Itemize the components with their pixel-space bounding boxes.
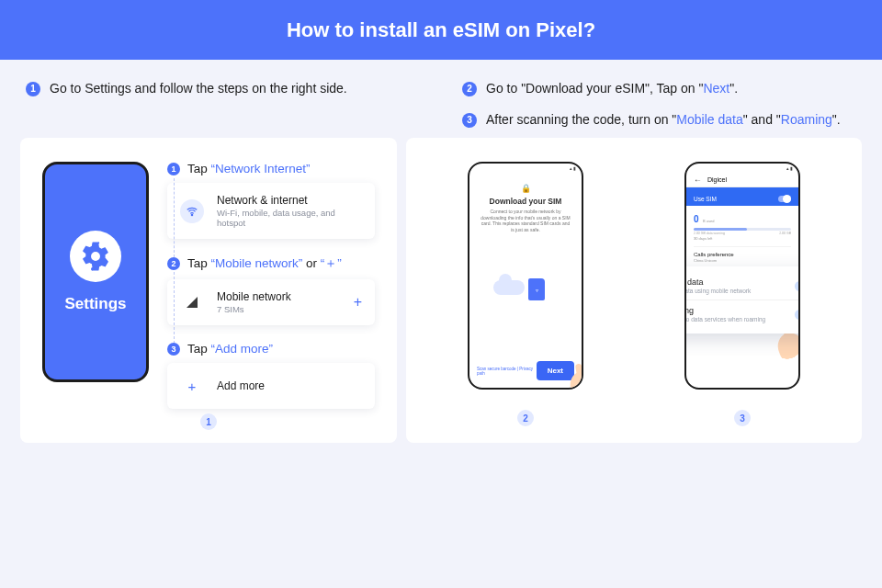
settings-label: Settings bbox=[64, 295, 126, 313]
topbar-title: Digicel bbox=[707, 176, 727, 183]
footer-links[interactable]: Scan secure barcode | Privacy path bbox=[477, 367, 537, 376]
status-bar: ▴ ▮ bbox=[686, 164, 798, 173]
top-step-3: 3 After scanning the code, turn on "Mobi… bbox=[462, 111, 862, 130]
step-text: Go to Settings and follow the steps on t… bbox=[50, 80, 425, 98]
phone-mock-settings: Settings bbox=[42, 162, 149, 382]
substep-3: 3 Tap “Add more” + Add more bbox=[167, 342, 375, 409]
card-add-more[interactable]: + Add more bbox=[167, 363, 375, 409]
col-digicel: ▴ ▮ ← Digicel Use SIM 0 B used 2.00 GB d… bbox=[645, 162, 840, 423]
highlight-next: Next bbox=[703, 81, 729, 96]
card-title: Add more bbox=[217, 379, 265, 392]
panel-number-badge: 3 bbox=[734, 410, 751, 426]
toggle-sublabel: Access data using mobile network bbox=[684, 288, 751, 294]
card-subtitle: Wi-Fi, mobile, data usage, and hotspot bbox=[217, 208, 362, 228]
card-title: Mobile network bbox=[217, 290, 291, 303]
toggle-label: Mobile data bbox=[684, 277, 751, 287]
data-usage: 0 B used 2.00 GB data warning2.00 GB 30 … bbox=[686, 206, 798, 243]
substep-badge: 3 bbox=[167, 343, 180, 356]
download-desc: Connect to your mobile network by downlo… bbox=[477, 209, 574, 232]
next-button[interactable]: Next bbox=[537, 361, 574, 380]
step-text: Go to "Download your eSIM", Tap on "Next… bbox=[486, 80, 862, 98]
step-text: After scanning the code, turn on "Mobile… bbox=[486, 111, 862, 130]
back-icon[interactable]: ← bbox=[694, 175, 702, 185]
card-mobile-network[interactable]: Mobile network 7 SIMs + bbox=[167, 279, 375, 325]
overlay-toggle-card: Mobile data Access data using mobile net… bbox=[684, 266, 800, 334]
substep-1: 1 Tap “Network Internet” Network & inter… bbox=[167, 162, 375, 239]
use-sim-toggle[interactable] bbox=[778, 196, 791, 202]
panel-number-badge: 1 bbox=[200, 413, 217, 430]
usage-unit: B used bbox=[703, 219, 714, 223]
panel-phone-screens: ▴ ▮ 🔒 Download your SIM Connect to your … bbox=[406, 138, 862, 443]
connector-line bbox=[174, 178, 175, 257]
hand-pointer-icon bbox=[778, 333, 800, 362]
plus-icon[interactable]: + bbox=[354, 294, 362, 311]
card-title: Network & internet bbox=[217, 194, 362, 207]
top-step-1: 1 Go to Settings and follow the steps on… bbox=[26, 80, 425, 98]
cloud-sim-illustration: ▿ bbox=[493, 264, 558, 302]
step-number-badge: 1 bbox=[26, 82, 40, 96]
substep-badge: 2 bbox=[167, 257, 180, 270]
toggle-sublabel: Connect to data services when roaming bbox=[684, 316, 765, 322]
substep-text: Tap “Network Internet” bbox=[187, 162, 311, 175]
panel-settings-steps: Settings 1 Tap “Network Internet” Networ… bbox=[20, 138, 397, 443]
hand-pointer-icon bbox=[571, 371, 583, 390]
panel-number-badge: 2 bbox=[517, 410, 534, 426]
list-item[interactable]: Calls preferenceChina Unicom bbox=[694, 246, 791, 267]
toggle-label: Roaming bbox=[684, 306, 765, 315]
lock-icon: 🔒 bbox=[477, 184, 574, 193]
substep-badge: 1 bbox=[167, 163, 180, 175]
step-number-badge: 2 bbox=[462, 82, 477, 96]
phone-mock-download: ▴ ▮ 🔒 Download your SIM Connect to your … bbox=[468, 162, 583, 390]
gear-icon bbox=[70, 231, 121, 282]
roaming-toggle[interactable] bbox=[795, 310, 800, 320]
download-title: Download your SIM bbox=[477, 197, 574, 206]
toggle-row-roaming: Roaming Connect to data services when ro… bbox=[684, 300, 800, 326]
highlight-mobile-data: Mobile data bbox=[676, 112, 742, 127]
svg-point-0 bbox=[191, 214, 192, 215]
use-sim-section: Use SIM bbox=[686, 187, 798, 206]
mobile-data-toggle[interactable] bbox=[795, 281, 800, 291]
phone-topbar: ← Digicel bbox=[686, 173, 798, 187]
status-bar: ▴ ▮ bbox=[469, 164, 582, 173]
signal-icon bbox=[180, 290, 204, 314]
connector-line bbox=[174, 272, 175, 344]
page-header: How to install an eSIM on Pixel? bbox=[0, 0, 882, 60]
use-sim-label: Use SIM bbox=[694, 196, 717, 202]
card-subtitle: 7 SIMs bbox=[217, 304, 291, 314]
step-number-badge: 3 bbox=[462, 113, 477, 128]
usage-bar bbox=[694, 228, 791, 231]
substeps-list: 1 Tap “Network Internet” Network & inter… bbox=[167, 162, 375, 423]
phone-mock-digicel: ▴ ▮ ← Digicel Use SIM 0 B used 2.00 GB d… bbox=[684, 162, 800, 390]
substep-text: Tap “Mobile network” or “＋” bbox=[187, 255, 342, 272]
highlight-roaming: Roaming bbox=[781, 112, 832, 127]
panels-row: Settings 1 Tap “Network Internet” Networ… bbox=[0, 138, 882, 443]
card-network-internet[interactable]: Network & internet Wi-Fi, mobile, data u… bbox=[167, 183, 375, 239]
substep-2: 2 Tap “Mobile network” or “＋” Mobile net… bbox=[167, 255, 375, 325]
plus-icon: + bbox=[180, 374, 204, 398]
page-title: How to install an eSIM on Pixel? bbox=[287, 18, 595, 42]
wifi-icon bbox=[180, 199, 204, 223]
top-instructions: 1 Go to Settings and follow the steps on… bbox=[0, 60, 882, 138]
col-download-sim: ▴ ▮ 🔒 Download your SIM Connect to your … bbox=[428, 162, 623, 423]
toggle-row-mobile-data: Mobile data Access data using mobile net… bbox=[684, 274, 800, 298]
usage-value: 0 bbox=[694, 214, 699, 224]
substep-text: Tap “Add more” bbox=[187, 342, 273, 356]
top-step-2: 2 Go to "Download your eSIM", Tap on "Ne… bbox=[462, 80, 862, 98]
